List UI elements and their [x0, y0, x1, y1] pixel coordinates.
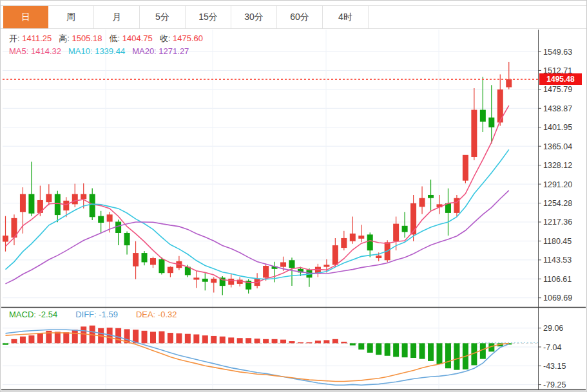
ohlc-field-2: 高: 1505.18 [59, 33, 109, 43]
main-axis-label-4: 1438.87 [543, 104, 572, 113]
macd-axis-label-1: 29.06 [543, 324, 563, 333]
tab-5[interactable]: 15分 [186, 6, 231, 28]
candlestick-macd-chart[interactable]: 1549.631512.711475.791438.871401.951365.… [1, 1, 587, 392]
main-axis-label-9: 1254.28 [543, 199, 572, 208]
macd-info-row: MACD: -2.54DIFF: -1.59DEA: -0.32 [9, 310, 195, 319]
macd-field-2: DIFF: -1.59 [75, 310, 125, 319]
ohlc-field-3: 低: 1404.75 [110, 33, 160, 43]
main-axis-label-14: 1069.69 [543, 294, 572, 303]
tab-6[interactable]: 30分 [231, 6, 277, 28]
chart-window: 1549.631512.711475.791438.871401.951365.… [0, 0, 587, 392]
main-axis-label-3: 1475.79 [543, 85, 572, 94]
macd-axis-label-4: -79.25 [543, 380, 566, 389]
timeframe-tabbar: 日周月5分15分30分60分4时 [1, 5, 586, 29]
ma-field-1: MA5: 1414.32 [9, 46, 68, 56]
main-axis-label-11: 1180.45 [543, 237, 572, 246]
tab-4[interactable]: 5分 [140, 6, 186, 28]
ohlc-info-row: 开: 1411.25高: 1505.18低: 1404.75收: 1475.60 [9, 33, 210, 44]
tab-8[interactable]: 4时 [323, 6, 369, 28]
macd-field-3: DEA: -0.32 [136, 310, 184, 319]
main-axis-label-12: 1143.53 [543, 256, 572, 265]
tab-2[interactable]: 周 [48, 6, 94, 28]
tab-7[interactable]: 60分 [277, 6, 323, 28]
tab-3[interactable]: 月 [94, 6, 140, 28]
macd-field-1: MACD: -2.54 [9, 310, 64, 319]
ma-field-2: MA10: 1339.44 [68, 46, 132, 56]
ohlc-field-1: 开: 1411.25 [9, 33, 59, 43]
main-axis-label-1: 1549.63 [543, 48, 572, 57]
main-axis-label-10: 1217.36 [543, 218, 572, 227]
macd-axis-label-2: -7.04 [543, 343, 562, 352]
main-axis-label-6: 1365.04 [543, 142, 572, 151]
ma20-line [6, 191, 509, 284]
macd-histogram [3, 326, 512, 370]
ma-field-3: MA20: 1271.27 [132, 46, 196, 56]
main-axis-label-8: 1291.20 [543, 180, 572, 189]
main-axis-label-5: 1401.95 [543, 123, 572, 132]
ohlc-field-4: 收: 1475.60 [160, 33, 210, 43]
main-axis-label-13: 1106.61 [543, 275, 572, 284]
macd-axis-label-3: -43.15 [543, 362, 566, 371]
ma-info-row: MA5: 1414.32MA10: 1339.44MA20: 1271.27 [9, 46, 196, 56]
main-axis-label-7: 1328.12 [543, 161, 572, 170]
tab-1[interactable]: 日 [3, 6, 48, 28]
price-tag: 1495.48 [539, 73, 582, 85]
